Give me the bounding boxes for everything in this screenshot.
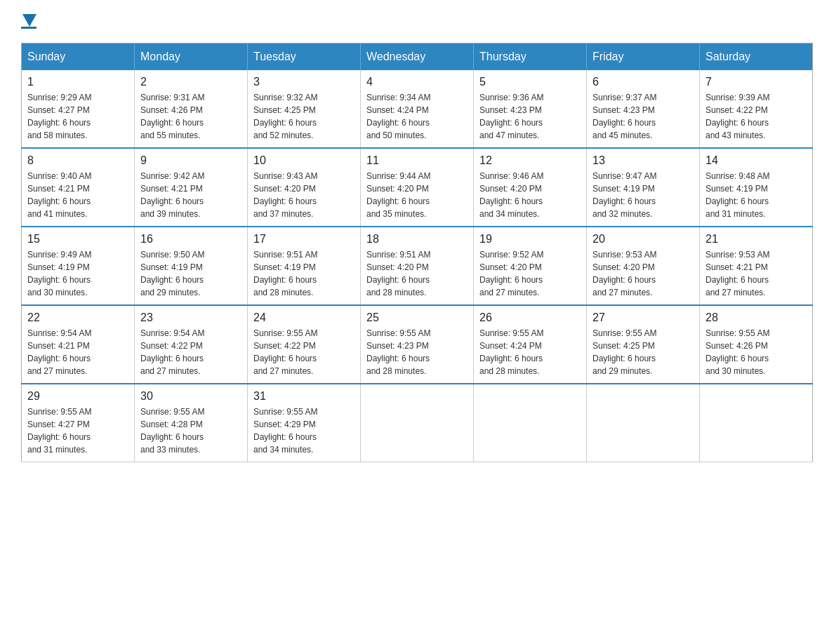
day-info: Sunrise: 9:55 AM Sunset: 4:27 PM Dayligh… [27,405,128,456]
day-number: 5 [479,76,581,88]
calendar-header-row: SundayMondayTuesdayWednesdayThursdayFrid… [22,43,813,71]
calendar-cell: 30 Sunrise: 9:55 AM Sunset: 4:28 PM Dayl… [135,384,248,462]
calendar-cell: 18 Sunrise: 9:51 AM Sunset: 4:20 PM Dayl… [361,227,474,305]
calendar-cell: 20 Sunrise: 9:53 AM Sunset: 4:20 PM Dayl… [587,227,700,305]
day-info: Sunrise: 9:54 AM Sunset: 4:21 PM Dayligh… [27,327,128,377]
day-number: 22 [27,311,128,324]
day-info: Sunrise: 9:52 AM Sunset: 4:20 PM Dayligh… [479,248,581,299]
logo-blue-part [21,14,37,25]
day-info: Sunrise: 9:55 AM Sunset: 4:22 PM Dayligh… [253,327,355,377]
header-monday: Monday [135,43,248,71]
header-friday: Friday [587,43,700,71]
header-wednesday: Wednesday [361,43,474,71]
day-info: Sunrise: 9:55 AM Sunset: 4:24 PM Dayligh… [479,327,581,377]
calendar-week-4: 22 Sunrise: 9:54 AM Sunset: 4:21 PM Dayl… [22,305,813,384]
day-number: 30 [140,390,241,403]
day-number: 28 [706,311,807,324]
calendar-cell [587,384,700,462]
calendar-cell: 8 Sunrise: 9:40 AM Sunset: 4:21 PM Dayli… [22,148,135,227]
header-thursday: Thursday [474,43,587,71]
day-info: Sunrise: 9:44 AM Sunset: 4:20 PM Dayligh… [366,170,468,220]
calendar-cell: 21 Sunrise: 9:53 AM Sunset: 4:21 PM Dayl… [700,227,813,305]
calendar-cell: 7 Sunrise: 9:39 AM Sunset: 4:22 PM Dayli… [700,70,813,148]
day-info: Sunrise: 9:55 AM Sunset: 4:23 PM Dayligh… [366,327,468,377]
day-info: Sunrise: 9:29 AM Sunset: 4:27 PM Dayligh… [27,91,128,142]
calendar-cell: 22 Sunrise: 9:54 AM Sunset: 4:21 PM Dayl… [22,305,135,384]
calendar-cell: 9 Sunrise: 9:42 AM Sunset: 4:21 PM Dayli… [135,148,248,227]
day-number: 31 [253,390,355,403]
calendar-cell: 10 Sunrise: 9:43 AM Sunset: 4:20 PM Dayl… [248,148,361,227]
header-tuesday: Tuesday [248,43,361,71]
day-number: 12 [479,154,581,167]
calendar-cell: 28 Sunrise: 9:55 AM Sunset: 4:26 PM Dayl… [700,305,813,384]
day-number: 19 [479,233,581,246]
calendar-cell: 13 Sunrise: 9:47 AM Sunset: 4:19 PM Dayl… [587,148,700,227]
calendar-cell: 19 Sunrise: 9:52 AM Sunset: 4:20 PM Dayl… [474,227,587,305]
calendar-cell: 3 Sunrise: 9:32 AM Sunset: 4:25 PM Dayli… [248,70,361,148]
day-info: Sunrise: 9:31 AM Sunset: 4:26 PM Dayligh… [140,91,241,142]
day-number: 26 [479,311,581,324]
day-info: Sunrise: 9:53 AM Sunset: 4:21 PM Dayligh… [706,248,807,299]
day-number: 13 [593,154,694,167]
day-number: 23 [140,311,241,324]
day-number: 6 [593,76,694,88]
calendar-week-2: 8 Sunrise: 9:40 AM Sunset: 4:21 PM Dayli… [22,148,813,227]
day-info: Sunrise: 9:51 AM Sunset: 4:20 PM Dayligh… [366,248,468,299]
day-number: 16 [140,233,241,246]
day-info: Sunrise: 9:42 AM Sunset: 4:21 PM Dayligh… [140,170,241,220]
day-info: Sunrise: 9:32 AM Sunset: 4:25 PM Dayligh… [253,91,355,142]
calendar-cell: 17 Sunrise: 9:51 AM Sunset: 4:19 PM Dayl… [248,227,361,305]
calendar-cell: 4 Sunrise: 9:34 AM Sunset: 4:24 PM Dayli… [361,70,474,148]
day-info: Sunrise: 9:37 AM Sunset: 4:23 PM Dayligh… [593,91,694,142]
day-info: Sunrise: 9:55 AM Sunset: 4:25 PM Dayligh… [593,327,694,377]
header-saturday: Saturday [700,43,813,71]
logo-triangle-icon [22,14,37,27]
calendar-cell: 25 Sunrise: 9:55 AM Sunset: 4:23 PM Dayl… [361,305,474,384]
calendar-table: SundayMondayTuesdayWednesdayThursdayFrid… [21,43,813,462]
day-info: Sunrise: 9:48 AM Sunset: 4:19 PM Dayligh… [706,170,807,220]
calendar-cell: 1 Sunrise: 9:29 AM Sunset: 4:27 PM Dayli… [22,70,135,148]
calendar-cell: 24 Sunrise: 9:55 AM Sunset: 4:22 PM Dayl… [248,305,361,384]
day-info: Sunrise: 9:34 AM Sunset: 4:24 PM Dayligh… [366,91,468,142]
logo [21,14,37,29]
day-info: Sunrise: 9:46 AM Sunset: 4:20 PM Dayligh… [479,170,581,220]
day-info: Sunrise: 9:51 AM Sunset: 4:19 PM Dayligh… [253,248,355,299]
calendar-cell: 16 Sunrise: 9:50 AM Sunset: 4:19 PM Dayl… [135,227,248,305]
calendar-cell [361,384,474,462]
calendar-cell: 6 Sunrise: 9:37 AM Sunset: 4:23 PM Dayli… [587,70,700,148]
logo-underline [21,27,37,29]
calendar-cell: 2 Sunrise: 9:31 AM Sunset: 4:26 PM Dayli… [135,70,248,148]
calendar-week-5: 29 Sunrise: 9:55 AM Sunset: 4:27 PM Dayl… [22,384,813,462]
calendar-cell: 12 Sunrise: 9:46 AM Sunset: 4:20 PM Dayl… [474,148,587,227]
day-info: Sunrise: 9:50 AM Sunset: 4:19 PM Dayligh… [140,248,241,299]
day-number: 17 [253,233,355,246]
calendar-cell [474,384,587,462]
calendar-cell: 5 Sunrise: 9:36 AM Sunset: 4:23 PM Dayli… [474,70,587,148]
day-number: 18 [366,233,468,246]
day-info: Sunrise: 9:43 AM Sunset: 4:20 PM Dayligh… [253,170,355,220]
day-number: 29 [27,390,128,403]
day-number: 11 [366,154,468,167]
calendar-cell: 15 Sunrise: 9:49 AM Sunset: 4:19 PM Dayl… [22,227,135,305]
calendar-week-3: 15 Sunrise: 9:49 AM Sunset: 4:19 PM Dayl… [22,227,813,305]
calendar-cell [700,384,813,462]
calendar-cell: 11 Sunrise: 9:44 AM Sunset: 4:20 PM Dayl… [361,148,474,227]
day-number: 27 [593,311,694,324]
day-number: 8 [27,154,128,167]
day-number: 4 [366,76,468,88]
page-header [21,14,813,29]
day-info: Sunrise: 9:39 AM Sunset: 4:22 PM Dayligh… [706,91,807,142]
day-number: 21 [706,233,807,246]
day-number: 10 [253,154,355,167]
day-number: 9 [140,154,241,167]
day-info: Sunrise: 9:55 AM Sunset: 4:29 PM Dayligh… [253,405,355,456]
day-info: Sunrise: 9:55 AM Sunset: 4:28 PM Dayligh… [140,405,241,456]
calendar-cell: 14 Sunrise: 9:48 AM Sunset: 4:19 PM Dayl… [700,148,813,227]
day-info: Sunrise: 9:36 AM Sunset: 4:23 PM Dayligh… [479,91,581,142]
day-number: 24 [253,311,355,324]
calendar-cell: 29 Sunrise: 9:55 AM Sunset: 4:27 PM Dayl… [22,384,135,462]
calendar-cell: 23 Sunrise: 9:54 AM Sunset: 4:22 PM Dayl… [135,305,248,384]
day-number: 15 [27,233,128,246]
day-number: 2 [140,76,241,88]
calendar-cell: 26 Sunrise: 9:55 AM Sunset: 4:24 PM Dayl… [474,305,587,384]
